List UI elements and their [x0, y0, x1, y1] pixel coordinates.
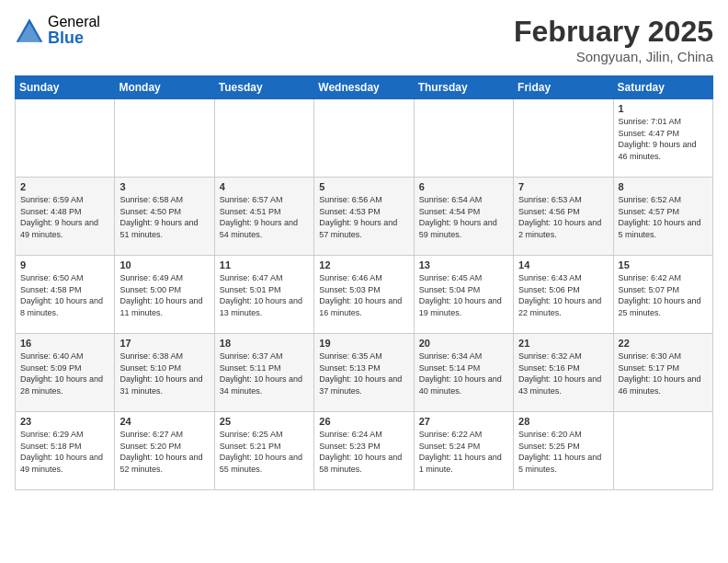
day-number: 13 — [419, 259, 508, 270]
day-number: 1 — [619, 103, 708, 114]
calendar-cell: 18Sunrise: 6:37 AM Sunset: 5:11 PM Dayli… — [214, 334, 313, 412]
calendar-cell: 1Sunrise: 7:01 AM Sunset: 4:47 PM Daylig… — [613, 99, 712, 178]
calendar-table: SundayMondayTuesdayWednesdayThursdayFrid… — [15, 75, 713, 490]
logo-blue: Blue — [48, 29, 100, 46]
calendar-cell: 13Sunrise: 6:45 AM Sunset: 5:04 PM Dayli… — [414, 256, 513, 334]
logo: General Blue — [15, 15, 100, 46]
week-row-3: 16Sunrise: 6:40 AM Sunset: 5:09 PM Dayli… — [16, 334, 713, 412]
calendar-cell: 15Sunrise: 6:42 AM Sunset: 5:07 PM Dayli… — [613, 256, 712, 334]
calendar-cell: 7Sunrise: 6:53 AM Sunset: 4:56 PM Daylig… — [514, 178, 613, 256]
day-number: 12 — [319, 259, 408, 270]
day-number: 28 — [518, 416, 608, 427]
calendar-cell: 12Sunrise: 6:46 AM Sunset: 5:03 PM Dayli… — [314, 256, 414, 334]
cell-info: Sunrise: 6:29 AM Sunset: 5:18 PM Dayligh… — [20, 429, 109, 475]
cell-info: Sunrise: 6:57 AM Sunset: 4:51 PM Dayligh… — [220, 194, 309, 240]
calendar-cell: 10Sunrise: 6:49 AM Sunset: 5:00 PM Dayli… — [115, 256, 214, 334]
cell-info: Sunrise: 6:52 AM Sunset: 4:57 PM Dayligh… — [619, 194, 708, 240]
cell-info: Sunrise: 6:49 AM Sunset: 5:00 PM Dayligh… — [119, 272, 209, 318]
day-number: 18 — [220, 338, 309, 349]
calendar-cell: 23Sunrise: 6:29 AM Sunset: 5:18 PM Dayli… — [16, 412, 115, 490]
calendar-cell — [115, 99, 214, 178]
cell-info: Sunrise: 6:50 AM Sunset: 4:58 PM Dayligh… — [20, 272, 109, 318]
header-thursday: Thursday — [414, 76, 513, 99]
day-number: 3 — [119, 181, 209, 192]
calendar-cell: 14Sunrise: 6:43 AM Sunset: 5:06 PM Dayli… — [514, 256, 613, 334]
day-number: 14 — [518, 259, 608, 270]
cell-info: Sunrise: 6:59 AM Sunset: 4:48 PM Dayligh… — [20, 194, 109, 240]
day-number: 2 — [20, 181, 109, 192]
cell-info: Sunrise: 6:56 AM Sunset: 4:53 PM Dayligh… — [319, 194, 408, 240]
day-number: 4 — [220, 181, 309, 192]
header-sunday: Sunday — [16, 76, 115, 99]
cell-info: Sunrise: 6:32 AM Sunset: 5:16 PM Dayligh… — [518, 350, 608, 396]
week-row-1: 2Sunrise: 6:59 AM Sunset: 4:48 PM Daylig… — [16, 178, 713, 256]
week-row-0: 1Sunrise: 7:01 AM Sunset: 4:47 PM Daylig… — [16, 99, 713, 178]
calendar-cell — [16, 99, 115, 178]
cell-info: Sunrise: 6:53 AM Sunset: 4:56 PM Dayligh… — [518, 194, 608, 240]
logo-general: General — [48, 15, 100, 29]
calendar-title: February 2025 — [514, 15, 713, 49]
day-number: 24 — [119, 416, 209, 427]
calendar-cell: 6Sunrise: 6:54 AM Sunset: 4:54 PM Daylig… — [414, 178, 513, 256]
calendar-cell — [414, 99, 513, 178]
calendar-cell — [214, 99, 313, 178]
calendar-cell: 16Sunrise: 6:40 AM Sunset: 5:09 PM Dayli… — [16, 334, 115, 412]
calendar-cell: 28Sunrise: 6:20 AM Sunset: 5:25 PM Dayli… — [514, 412, 613, 490]
calendar-subtitle: Songyuan, Jilin, China — [514, 49, 713, 64]
day-number: 5 — [319, 181, 408, 192]
cell-info: Sunrise: 6:30 AM Sunset: 5:17 PM Dayligh… — [619, 350, 708, 396]
day-number: 19 — [319, 338, 408, 349]
cell-info: Sunrise: 6:37 AM Sunset: 5:11 PM Dayligh… — [220, 350, 309, 396]
cell-info: Sunrise: 6:38 AM Sunset: 5:10 PM Dayligh… — [119, 350, 209, 396]
calendar-cell: 27Sunrise: 6:22 AM Sunset: 5:24 PM Dayli… — [414, 412, 513, 490]
calendar-cell: 24Sunrise: 6:27 AM Sunset: 5:20 PM Dayli… — [115, 412, 214, 490]
cell-info: Sunrise: 6:27 AM Sunset: 5:20 PM Dayligh… — [119, 429, 209, 475]
day-number: 25 — [220, 416, 309, 427]
day-number: 7 — [518, 181, 608, 192]
calendar-cell: 19Sunrise: 6:35 AM Sunset: 5:13 PM Dayli… — [314, 334, 414, 412]
cell-info: Sunrise: 6:42 AM Sunset: 5:07 PM Dayligh… — [619, 272, 708, 318]
calendar-cell: 9Sunrise: 6:50 AM Sunset: 4:58 PM Daylig… — [16, 256, 115, 334]
day-number: 15 — [619, 259, 708, 270]
calendar-cell: 5Sunrise: 6:56 AM Sunset: 4:53 PM Daylig… — [314, 178, 414, 256]
day-number: 17 — [119, 338, 209, 349]
week-row-4: 23Sunrise: 6:29 AM Sunset: 5:18 PM Dayli… — [16, 412, 713, 490]
day-number: 23 — [20, 416, 109, 427]
day-number: 22 — [619, 338, 708, 349]
calendar-cell: 21Sunrise: 6:32 AM Sunset: 5:16 PM Dayli… — [514, 334, 613, 412]
calendar-cell: 17Sunrise: 6:38 AM Sunset: 5:10 PM Dayli… — [115, 334, 214, 412]
calendar-header-row: SundayMondayTuesdayWednesdayThursdayFrid… — [16, 76, 713, 99]
page-header: General Blue February 2025 Songyuan, Jil… — [15, 15, 713, 64]
cell-info: Sunrise: 6:45 AM Sunset: 5:04 PM Dayligh… — [419, 272, 508, 318]
cell-info: Sunrise: 6:22 AM Sunset: 5:24 PM Dayligh… — [419, 429, 508, 475]
week-row-2: 9Sunrise: 6:50 AM Sunset: 4:58 PM Daylig… — [16, 256, 713, 334]
calendar-cell: 25Sunrise: 6:25 AM Sunset: 5:21 PM Dayli… — [214, 412, 313, 490]
day-number: 11 — [220, 259, 309, 270]
day-number: 8 — [619, 181, 708, 192]
day-number: 27 — [419, 416, 508, 427]
calendar-cell: 4Sunrise: 6:57 AM Sunset: 4:51 PM Daylig… — [214, 178, 313, 256]
calendar-cell — [514, 99, 613, 178]
cell-info: Sunrise: 6:34 AM Sunset: 5:14 PM Dayligh… — [419, 350, 508, 396]
day-number: 26 — [319, 416, 408, 427]
calendar-cell: 11Sunrise: 6:47 AM Sunset: 5:01 PM Dayli… — [214, 256, 313, 334]
calendar-cell: 20Sunrise: 6:34 AM Sunset: 5:14 PM Dayli… — [414, 334, 513, 412]
cell-info: Sunrise: 6:47 AM Sunset: 5:01 PM Dayligh… — [220, 272, 309, 318]
calendar-cell — [314, 99, 414, 178]
day-number: 6 — [419, 181, 508, 192]
calendar-cell: 3Sunrise: 6:58 AM Sunset: 4:50 PM Daylig… — [115, 178, 214, 256]
header-monday: Monday — [115, 76, 214, 99]
logo-text: General Blue — [48, 15, 100, 46]
calendar-cell: 22Sunrise: 6:30 AM Sunset: 5:17 PM Dayli… — [613, 334, 712, 412]
cell-info: Sunrise: 6:46 AM Sunset: 5:03 PM Dayligh… — [319, 272, 408, 318]
cell-info: Sunrise: 6:40 AM Sunset: 5:09 PM Dayligh… — [20, 350, 109, 396]
logo-icon — [15, 16, 44, 45]
day-number: 16 — [20, 338, 109, 349]
cell-info: Sunrise: 7:01 AM Sunset: 4:47 PM Dayligh… — [619, 116, 708, 162]
header-saturday: Saturday — [613, 76, 712, 99]
cell-info: Sunrise: 6:24 AM Sunset: 5:23 PM Dayligh… — [319, 429, 408, 475]
header-friday: Friday — [514, 76, 613, 99]
day-number: 10 — [119, 259, 209, 270]
day-number: 21 — [518, 338, 608, 349]
header-wednesday: Wednesday — [314, 76, 414, 99]
